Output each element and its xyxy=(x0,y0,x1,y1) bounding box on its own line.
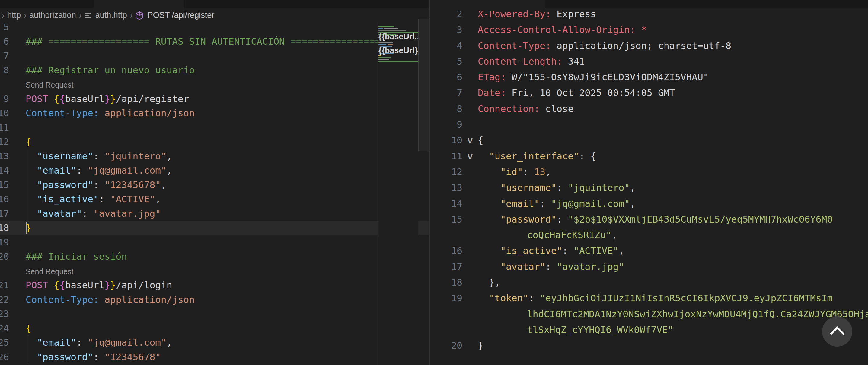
code-line[interactable]: 25 "email": "jq@gmail.com", xyxy=(0,335,429,350)
line-number xyxy=(430,322,462,337)
line-number: 2 xyxy=(430,6,462,22)
code-text: coQcHaFcKSR1Zu", xyxy=(527,227,617,243)
scrollbar-thumb[interactable] xyxy=(418,19,429,151)
code-text: "avatar": "avatar.jpg" xyxy=(478,259,624,274)
code-line[interactable]: 6### ================== RUTAS SIN AUTENT… xyxy=(0,34,429,49)
code-line[interactable]: 11 xyxy=(0,120,429,135)
line-number: 22 xyxy=(0,293,9,307)
code-line[interactable]: 9POST {{baseUrl}}/api/register xyxy=(0,92,429,106)
code-line[interactable]: 9 xyxy=(430,117,868,132)
code-line[interactable]: 24{ xyxy=(0,321,429,336)
code-text: Access-Control-Allow-Origin: * xyxy=(478,22,647,37)
code-line[interactable]: 10Content-Type: application/json xyxy=(0,106,429,120)
code-line[interactable]: 17 "avatar": "avatar.jpg" xyxy=(0,207,429,221)
code-line[interactable]: 19 "token": "eyJhbGciOiJIUzI1NiIsInR5cCI… xyxy=(430,290,868,306)
code-line[interactable]: 15 "password": "12345678", xyxy=(0,178,429,192)
fold-gutter xyxy=(461,38,480,54)
code-line[interactable]: 4Content-Type: application/json; charset… xyxy=(430,38,868,54)
codelens-row[interactable]: Send Request xyxy=(0,264,429,278)
code-text: { xyxy=(26,321,429,336)
code-text: Connection: close xyxy=(478,101,574,117)
code-line[interactable]: 20### Iniciar sesión xyxy=(0,249,429,264)
code-line[interactable]: 5 xyxy=(0,20,429,34)
code-line[interactable]: 11∨ "user_interface": { xyxy=(430,148,868,164)
code-line[interactable]: 14 "email": "jq@gmail.com", xyxy=(0,163,429,178)
code-text: X-Powered-By: Express xyxy=(478,6,596,22)
breadcrumb-item-post-api-register[interactable]: POST /api/register xyxy=(148,10,215,20)
code-text: "password": "$2b$10$VXXmljEB43d5CuMsvL5/… xyxy=(478,211,833,227)
code-text: ### Registrar un nuevo usuario xyxy=(26,63,429,78)
code-line[interactable]: 13 "username": "jquintero", xyxy=(0,149,429,164)
code-line[interactable]: 5Content-Length: 341 xyxy=(430,54,868,69)
code-line[interactable]: 8Connection: close xyxy=(430,101,868,117)
fold-gutter xyxy=(461,274,480,290)
code-line[interactable]: 12{ xyxy=(0,135,429,149)
code-line[interactable]: 21POST {{baseUrl}}/api/login xyxy=(0,278,429,293)
code-line[interactable]: 26 "password": "12345678" xyxy=(0,350,429,364)
indent-guide xyxy=(28,192,28,207)
breadcrumb-item-http[interactable]: http xyxy=(7,10,21,20)
code-line[interactable]: 8### Registrar un nuevo usuario xyxy=(0,63,429,78)
code-line[interactable]: 16 "is_active": "ACTIVE", xyxy=(0,192,429,207)
code-line[interactable]: 18 }, xyxy=(430,274,868,290)
line-number: 19 xyxy=(430,290,462,306)
code-text: Content-Type: application/json; charset=… xyxy=(478,38,731,54)
fold-gutter xyxy=(461,69,480,85)
code-line[interactable]: 14 "email": "jq@gmail.com", xyxy=(430,195,868,211)
minimap[interactable]: {{baseUrl.../r{{baseUrl}}/a xyxy=(378,22,418,365)
code-line[interactable]: 23 xyxy=(0,307,429,321)
code-line[interactable]: 16 "is_active": "ACTIVE", xyxy=(430,243,868,258)
active-tab-stub[interactable] xyxy=(94,0,184,8)
code-line[interactable]: coQcHaFcKSR1Zu", xyxy=(430,227,868,243)
breadcrumb-item-auth-http[interactable]: auth.http xyxy=(95,10,127,20)
code-line[interactable]: 13 "username": "jquintero", xyxy=(430,180,868,195)
code-line[interactable]: 18} xyxy=(0,221,429,235)
line-number: 7 xyxy=(0,49,9,63)
code-line[interactable]: 2X-Powered-By: Express xyxy=(430,6,868,22)
fold-gutter xyxy=(461,54,480,69)
line-number: 21 xyxy=(0,278,9,293)
code-text: ### Iniciar sesión xyxy=(26,249,429,264)
response-editor[interactable]: 2X-Powered-By: Express3Access-Control-Al… xyxy=(430,6,868,354)
text-cursor xyxy=(26,222,27,234)
indent-guide xyxy=(28,149,28,164)
code-line[interactable]: 12 "id": 13, xyxy=(430,164,868,180)
code-line[interactable]: tlSxHqZ_cYYHQI6_WVk0Wf7VE" xyxy=(430,322,868,337)
fold-chevron-icon[interactable]: ∨ xyxy=(461,132,480,148)
code-line[interactable]: 15 "password": "$2b$10$VXXmljEB43d5CuMsv… xyxy=(430,211,868,227)
code-line[interactable]: lhdCI6MTc2MDA1NzY0NSwiZXhwIjoxNzYwMDU4Mj… xyxy=(430,306,868,322)
send-request-link[interactable]: Send Request xyxy=(26,267,73,276)
fold-gutter xyxy=(461,117,480,132)
line-number: 3 xyxy=(430,22,462,37)
code-line[interactable]: 6ETag: W/"155-OsY8wJi9icELD3ViODM4ZI5VHA… xyxy=(430,69,868,85)
code-text: ETag: W/"155-OsY8wJi9icELD3ViODM4ZI5VHAU… xyxy=(478,69,709,85)
line-number: 16 xyxy=(430,243,462,258)
code-text: "email": "jq@gmail.com", xyxy=(26,163,429,178)
code-line[interactable]: 7Date: Fri, 10 Oct 2025 00:54:05 GMT xyxy=(430,85,868,100)
code-line[interactable]: 3Access-Control-Allow-Origin: * xyxy=(430,22,868,37)
line-number: 14 xyxy=(0,163,9,178)
minimap-line xyxy=(378,59,389,60)
code-line[interactable]: 10∨{ xyxy=(430,132,868,148)
code-text: POST {{baseUrl}}/api/register xyxy=(26,92,429,106)
line-number: 8 xyxy=(430,101,462,117)
breadcrumb-separator-icon: › xyxy=(1,9,5,21)
code-line[interactable]: 7 xyxy=(0,49,429,63)
scroll-to-top-button[interactable] xyxy=(822,316,852,346)
code-text: "password": "12345678" xyxy=(26,350,429,364)
code-line[interactable]: 22Content-Type: application/json xyxy=(0,293,429,307)
code-text: Content-Length: 341 xyxy=(478,54,585,69)
code-line[interactable]: 17 "avatar": "avatar.jpg" xyxy=(430,259,868,274)
code-line[interactable]: 20} xyxy=(430,337,868,353)
minimap-line xyxy=(378,28,383,29)
codelens-row[interactable]: Send Request xyxy=(0,77,429,92)
request-editor[interactable]: 56### ================== RUTAS SIN AUTEN… xyxy=(0,20,429,365)
breadcrumb-item-authorization[interactable]: authorization xyxy=(29,10,76,20)
line-number: 10 xyxy=(430,132,462,148)
code-line[interactable]: 19 xyxy=(0,235,429,250)
fold-chevron-icon[interactable]: ∨ xyxy=(461,148,480,164)
send-request-link[interactable]: Send Request xyxy=(26,81,73,89)
line-number: 15 xyxy=(430,211,462,227)
indent-guide xyxy=(28,350,28,364)
line-number: 18 xyxy=(430,274,462,290)
